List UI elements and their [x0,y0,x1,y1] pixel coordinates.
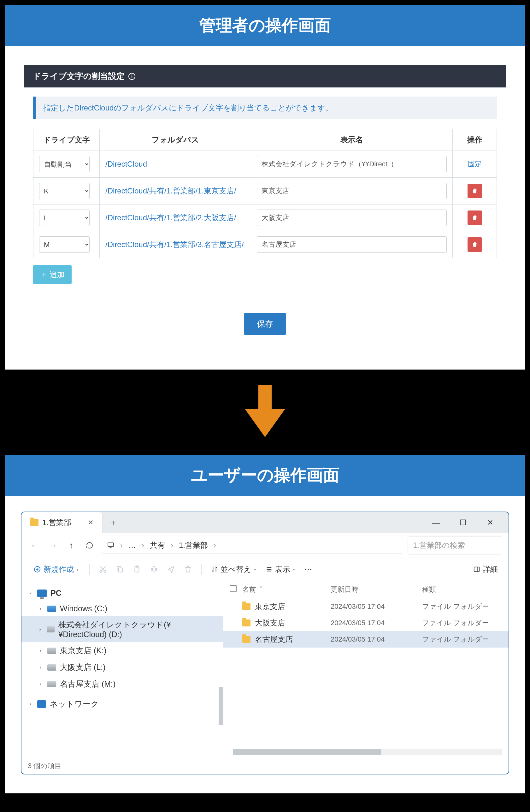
view-label: 表示 [275,564,290,574]
file-row[interactable]: 大阪支店2024/03/05 17:04ファイル フォルダー [223,615,509,631]
tree-osaka-label: 大阪支店 (L:) [60,662,105,672]
cut-button[interactable] [96,562,110,576]
tree-tokyo[interactable]: › 東京支店 (K:) [21,642,223,659]
drive-letter-select[interactable]: K [39,183,90,199]
crumb-ellipsis[interactable]: … [128,541,136,550]
tree-network[interactable]: › ネットワーク [21,696,223,712]
col-name-label[interactable]: 名前 [242,585,256,594]
nav-forward-button[interactable]: → [46,538,60,552]
folder-path-link[interactable]: /DirectCloud/共有/1.営業部/3.名古屋支店/ [105,240,244,249]
display-name-input[interactable] [257,236,447,253]
drive-letter-select[interactable]: L [39,209,90,226]
folder-icon [242,636,250,643]
col-type-label[interactable]: 種類 [422,585,502,594]
display-name-input[interactable] [257,183,447,199]
info-icon[interactable]: i [128,73,135,80]
tree-pc[interactable]: › PC [21,585,223,601]
tree-network-label: ネットワーク [50,699,99,709]
folder-path-link[interactable]: /DirectCloud/共有/1.営業部/1.東京支店/ [105,187,236,195]
tab-bar: 1.営業部 ✕ ＋ — ☐ ✕ [21,512,509,533]
col-path: フォルダパス [100,129,251,151]
folder-icon [242,603,250,610]
table-row: K/DirectCloud/共有/1.営業部/1.東京支店/ [33,178,497,204]
display-name-input[interactable] [257,156,447,172]
crumb-current[interactable]: 1.営業部 [179,540,208,550]
drive-letter-select[interactable]: M [39,236,90,253]
plus-icon: ＋ [40,270,48,280]
close-icon[interactable]: ✕ [485,518,496,527]
toolbar: 新規作成 ▾ 並べ替え ▾ 表示 ▾ ⋯ [21,558,509,581]
chevron-down-icon: › [27,590,34,596]
chevron-right-icon: › [142,541,144,550]
chevron-right-icon: › [37,681,44,687]
delete-row-button[interactable] [468,237,482,252]
col-drive: ドライブ文字 [33,129,100,151]
nav-up-button[interactable]: ↑ [64,538,78,552]
chevron-right-icon: › [27,700,33,707]
rename-button[interactable] [147,562,161,576]
search-input[interactable]: 1.営業部の検索 [408,536,502,554]
crumb-share[interactable]: 共有 [150,540,165,550]
tree-nagoya[interactable]: › 名古屋支店 (M:) [21,676,223,692]
tree-windows[interactable]: › Windows (C:) [21,601,223,617]
table-row: M/DirectCloud/共有/1.営業部/3.名古屋支店/ [33,231,497,258]
admin-content: ドライブ文字の割当設定 i 指定したDirectCloudのフォルダパスにドライ… [5,46,525,369]
display-name-input[interactable] [257,209,447,226]
chevron-right-icon: › [37,626,43,633]
file-row[interactable]: 名古屋支店2024/03/05 17:04ファイル フォルダー [223,631,509,648]
add-button[interactable]: ＋ 追加 [33,265,72,284]
horizontal-scrollbar[interactable] [233,749,502,755]
tab-active[interactable]: 1.営業部 ✕ [21,512,103,533]
user-header: ユーザーの操作画面 [5,455,525,496]
nav-refresh-button[interactable] [83,538,97,552]
more-button[interactable]: ⋯ [301,562,315,576]
user-frame: ユーザーの操作画面 1.営業部 ✕ ＋ — ☐ ✕ ← → ↑ [2,452,528,796]
select-all-checkbox[interactable] [230,585,237,592]
col-date-label[interactable]: 更新日時 [330,585,422,594]
delete-button[interactable] [181,562,195,576]
drive-letter-select[interactable]: 自動割当 [39,156,90,172]
tree-osaka[interactable]: › 大阪支店 (L:) [21,659,223,676]
delete-row-button[interactable] [468,211,482,225]
tree-nagoya-label: 名古屋支店 (M:) [60,679,116,689]
tab-close-icon[interactable]: ✕ [88,519,93,527]
svg-rect-7 [474,567,480,572]
svg-rect-0 [108,543,114,547]
network-icon [37,700,46,708]
folder-path-link[interactable]: /DirectCloud [105,160,147,168]
minimize-icon[interactable]: — [430,518,442,527]
file-type: ファイル フォルダー [422,602,502,611]
add-button-label: 追加 [49,270,65,280]
file-row[interactable]: 東京支店2024/03/05 17:04ファイル フォルダー [223,598,509,615]
chevron-right-icon: › [37,664,44,671]
new-button[interactable]: 新規作成 ▾ [29,562,83,577]
col-display: 表示名 [251,129,453,151]
explorer-body: › PC › Windows (C:) › 株式会社ダイレクトクラウド(¥¥Di… [21,581,509,758]
folder-path-link[interactable]: /DirectCloud/共有/1.営業部/2.大阪支店/ [105,213,236,222]
tree-scrollbar[interactable] [219,687,223,725]
monitor-icon [107,541,115,549]
breadcrumb-bar[interactable]: › … › 共有 › 1.営業部 › [101,537,403,554]
status-bar: 3 個の項目 [21,758,509,774]
chevron-down-icon: ▾ [254,567,256,572]
copy-button[interactable] [113,562,127,576]
tree-directcloud[interactable]: › 株式会社ダイレクトクラウド(¥¥DirectCloud) (D:) [21,617,223,642]
share-button[interactable] [164,562,178,576]
nav-back-button[interactable]: ← [28,538,42,552]
nav-tree: › PC › Windows (C:) › 株式会社ダイレクトクラウド(¥¥Di… [21,581,223,758]
maximize-icon[interactable]: ☐ [457,518,469,527]
view-button[interactable]: 表示 ▾ [263,562,298,577]
delete-row-button[interactable] [468,184,482,198]
paste-button[interactable] [130,562,144,576]
file-name: 名古屋支店 [255,634,293,644]
new-tab-button[interactable]: ＋ [103,517,124,528]
detail-pane-button[interactable]: 詳細 [470,562,501,577]
window-controls: — ☐ ✕ [430,518,502,527]
detail-label: 詳細 [483,564,498,574]
scrollbar-thumb[interactable] [233,749,381,755]
panel-icon [473,566,480,573]
sort-button[interactable]: 並べ替え ▾ [208,562,259,577]
save-button[interactable]: 保存 [244,313,286,335]
pc-icon [37,590,47,597]
chevron-right-icon: › [37,647,44,654]
